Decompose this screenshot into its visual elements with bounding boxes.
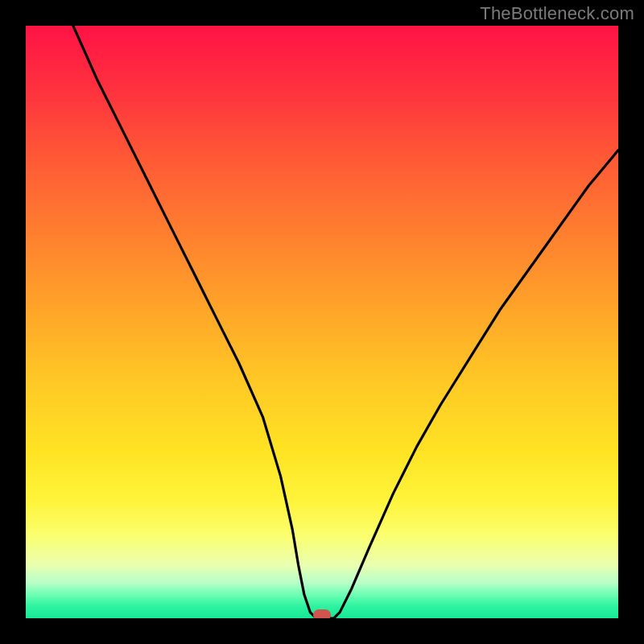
vertex-marker (313, 609, 331, 618)
attribution-text: TheBottleneck.com (480, 3, 634, 24)
curve-path (73, 26, 618, 618)
chart-outer: TheBottleneck.com (0, 0, 644, 644)
bottleneck-curve (26, 26, 618, 618)
plot-area (26, 26, 618, 618)
